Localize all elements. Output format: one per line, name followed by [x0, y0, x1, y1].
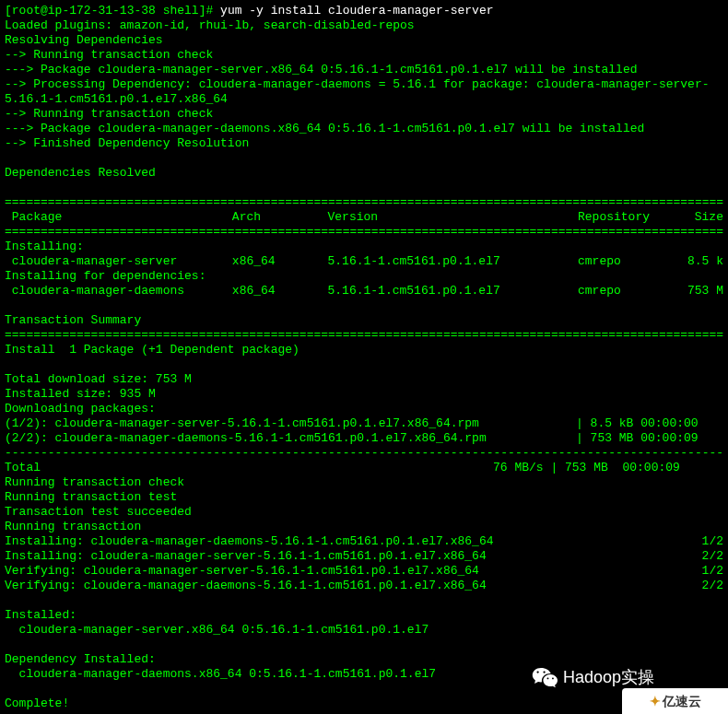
download-name: (2/2): cloudera-manager-daemons-5.16.1-1… [5, 431, 576, 446]
summary-line: Install 1 Package (+1 Dependent package) [5, 343, 723, 357]
total-left: Total [5, 461, 493, 475]
dep-installed-title: Dependency Installed: [5, 652, 723, 667]
cell-version: 5.16.1-1.cm5161.p0.1.el7 [328, 254, 579, 269]
prompt-cwd: shell [163, 4, 199, 18]
totals-line: Installed size: 935 M [5, 387, 723, 402]
output-line: ---> Package cloudera-manager-daemons.x8… [5, 122, 723, 136]
hdr-arch: Arch [232, 210, 328, 225]
complete: Complete! [5, 696, 723, 711]
watermark-text: Hadoop实操 [563, 670, 654, 685]
tx-count: 2/2 [702, 579, 723, 593]
output-line [5, 151, 723, 166]
download-row: (2/2): cloudera-manager-daemons-5.16.1-1… [5, 431, 723, 446]
blank-line [5, 593, 723, 608]
cell-arch: x86_64 [232, 254, 328, 269]
tx-pkg: : cloudera-manager-server-5.16.1-1.cm516… [76, 549, 702, 564]
wechat-icon [532, 666, 558, 688]
table-row: cloudera-manager-daemonsx86_645.16.1-1.c… [5, 284, 723, 298]
section-title: Installing: [5, 240, 723, 254]
prompt-userhost: root@ip-172-31-13-38 [12, 4, 156, 18]
cell-package: cloudera-manager-daemons [5, 284, 232, 298]
blank-line [5, 357, 723, 372]
installed-items: cloudera-manager-server.x86_64 0:5.16.1-… [5, 623, 723, 638]
cell-size: 753 M [669, 284, 723, 298]
tx-steps: Running transaction checkRunning transac… [5, 475, 723, 534]
tx-actions: Installing : cloudera-manager-daemons-5.… [5, 534, 723, 593]
table-body: Installing: cloudera-manager-serverx86_6… [5, 240, 723, 298]
hr-top: ========================================… [5, 195, 723, 210]
command: yum -y install cloudera-manager-server [220, 4, 493, 18]
output-line: --> Running transaction check [5, 107, 723, 122]
table-header: Package Arch Version Repository Size [5, 210, 723, 225]
output-line: Resolving Dependencies [5, 33, 723, 48]
totals-line: Downloading packages: [5, 402, 723, 416]
hr-under-header: ========================================… [5, 225, 723, 240]
tx-pkg: : cloudera-manager-daemons-5.16.1-1.cm51… [76, 534, 702, 549]
table-row: cloudera-manager-serverx86_645.16.1-1.cm… [5, 254, 723, 269]
corner-logo: ✦ 亿速云 [622, 688, 728, 714]
installed-title: Installed: [5, 608, 723, 623]
cell-package: cloudera-manager-server [5, 254, 232, 269]
cell-size: 8.5 k [669, 254, 723, 269]
cell-repo: cmrepo [578, 254, 669, 269]
blank-line [5, 181, 723, 195]
totals-block: Total download size: 753 MInstalled size… [5, 372, 723, 416]
output-line: --> Running transaction check [5, 48, 723, 63]
download-size: | 753 MB 00:00:09 [576, 431, 699, 446]
cell-repo: cmrepo [578, 284, 669, 298]
corner-accent: ✦ [650, 694, 661, 708]
blank-line [5, 638, 723, 652]
summary-title: Transaction Summary [5, 313, 723, 328]
hdr-size: Size [669, 210, 723, 225]
preamble-block: Loaded plugins: amazon-id, rhui-lb, sear… [5, 18, 723, 181]
output-line: --> Processing Dependency: cloudera-mana… [5, 77, 723, 92]
tx-count: 1/2 [702, 534, 723, 549]
tx-action-row: Installing : cloudera-manager-server-5.1… [5, 549, 723, 564]
prompt-line: [root@ip-172-31-13-38 shell]# yum -y ins… [5, 4, 723, 18]
hdr-version: Version [328, 210, 579, 225]
hr-summary: ========================================… [5, 328, 723, 343]
total-line: Total 76 MB/s | 753 MB 00:00:09 [5, 461, 723, 475]
tx-step: Running transaction check [5, 475, 723, 490]
tx-count: 1/2 [702, 564, 723, 579]
output-line: --> Finished Dependency Resolution [5, 136, 723, 151]
totals-line: Total download size: 753 M [5, 372, 723, 387]
tx-action-row: Verifying : cloudera-manager-server-5.16… [5, 564, 723, 579]
hr-single: ----------------------------------------… [5, 446, 723, 461]
tx-action: Installing [5, 549, 76, 564]
watermark: Hadoop实操 [532, 666, 654, 688]
cell-version: 5.16.1-1.cm5161.p0.1.el7 [328, 284, 579, 298]
tx-step: Running transaction test [5, 490, 723, 505]
total-right: 76 MB/s | 753 MB 00:00:09 [493, 461, 680, 475]
download-size: | 8.5 kB 00:00:00 [576, 416, 699, 431]
tx-count: 2/2 [702, 549, 723, 564]
tx-step: Transaction test succeeded [5, 505, 723, 520]
tx-step: Running transaction [5, 520, 723, 534]
tx-action: Installing [5, 534, 76, 549]
cell-arch: x86_64 [232, 284, 328, 298]
hdr-package: Package [5, 210, 232, 225]
output-line: ---> Package cloudera-manager-server.x86… [5, 63, 723, 77]
installed-item: cloudera-manager-server.x86_64 0:5.16.1-… [5, 623, 723, 638]
tx-action: Verifying [5, 579, 69, 593]
tx-action: Verifying [5, 564, 69, 579]
output-line: 5.16.1-1.cm5161.p0.1.el7.x86_64 [5, 92, 723, 107]
output-line: Dependencies Resolved [5, 166, 723, 181]
section-title: Installing for dependencies: [5, 269, 723, 284]
tx-action-row: Installing : cloudera-manager-daemons-5.… [5, 534, 723, 549]
hdr-repo: Repository [578, 210, 669, 225]
tx-pkg: : cloudera-manager-server-5.16.1-1.cm516… [69, 564, 701, 579]
download-name: (1/2): cloudera-manager-server-5.16.1-1.… [5, 416, 576, 431]
terminal-output: [root@ip-172-31-13-38 shell]# yum -y ins… [5, 4, 723, 711]
download-row: (1/2): cloudera-manager-server-5.16.1-1.… [5, 416, 723, 431]
corner-text: 亿速云 [663, 694, 701, 708]
downloads-block: (1/2): cloudera-manager-server-5.16.1-1.… [5, 416, 723, 446]
blank-line [5, 298, 723, 313]
tx-pkg: : cloudera-manager-daemons-5.16.1-1.cm51… [69, 579, 701, 593]
tx-action-row: Verifying : cloudera-manager-daemons-5.1… [5, 579, 723, 593]
output-line: Loaded plugins: amazon-id, rhui-lb, sear… [5, 18, 723, 33]
